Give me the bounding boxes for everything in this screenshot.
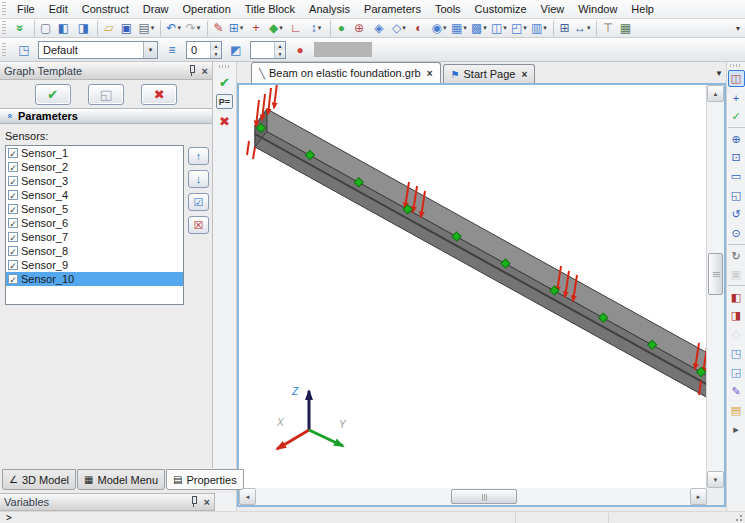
tab-3d-model[interactable]: ∠ 3D Model bbox=[2, 469, 76, 490]
view-icon[interactable]: ◉▾ bbox=[430, 20, 448, 37]
point-snap-icon[interactable]: + bbox=[728, 89, 745, 106]
sensor-row-7[interactable]: Sensor_7 bbox=[6, 230, 183, 244]
menu-draw[interactable]: Draw bbox=[136, 1, 176, 17]
checkbox[interactable] bbox=[8, 162, 18, 172]
beam-solid[interactable] bbox=[255, 109, 707, 403]
new-document-icon[interactable]: ▢▾ bbox=[34, 20, 52, 37]
hide-object-icon[interactable]: ◧ bbox=[728, 285, 745, 305]
menu-edit[interactable]: Edit bbox=[42, 1, 75, 17]
zoom-in-icon[interactable]: ⊕ bbox=[728, 127, 745, 147]
apply-button[interactable]: ✔ bbox=[35, 84, 71, 105]
more-commands-icon[interactable]: ▸ bbox=[728, 421, 745, 438]
report-icon[interactable]: ▥▾ bbox=[530, 20, 548, 37]
osnap-toggle-icon[interactable]: ✓ bbox=[728, 108, 745, 125]
sensor-row-3[interactable]: Sensor_3 bbox=[6, 174, 183, 188]
collapse-icon[interactable]: « bbox=[5, 110, 15, 122]
rotate-point-icon[interactable]: ⊕▾ bbox=[350, 20, 368, 37]
menu-analysis[interactable]: Analysis bbox=[302, 1, 357, 17]
calculator-icon[interactable]: ▦▾ bbox=[616, 20, 634, 37]
viewports-icon[interactable]: ⊞▾ bbox=[553, 20, 571, 37]
tab-beam-document[interactable]: ╲ Beam on elastic foundation.grb × bbox=[251, 62, 441, 83]
tab-start-page[interactable]: ⚑ Start Page × bbox=[443, 64, 536, 83]
checkbox[interactable] bbox=[8, 232, 18, 242]
extrude-icon[interactable]: ◈▾ bbox=[370, 20, 388, 37]
grid-icon[interactable]: ⊞▾ bbox=[227, 20, 245, 37]
menu-file[interactable]: File bbox=[10, 1, 42, 17]
orbit-icon[interactable]: ↻ bbox=[728, 244, 745, 264]
tab-overflow-icon[interactable]: ▼ bbox=[715, 69, 723, 78]
section-icon[interactable]: ◫▾ bbox=[490, 20, 508, 37]
pin-icon[interactable] bbox=[187, 65, 196, 77]
zoom-previous-icon[interactable]: ↺ bbox=[728, 206, 745, 223]
new-sheet-icon[interactable]: ◨▾ bbox=[74, 20, 92, 37]
tab-model-menu[interactable]: ▦ Model Menu bbox=[77, 469, 165, 490]
snap-settings-icon[interactable]: ◫ bbox=[728, 70, 745, 87]
workplane-icon[interactable]: ◆▾ bbox=[267, 20, 285, 37]
scroll-down-icon[interactable]: ▼ bbox=[707, 471, 724, 488]
zoom-object-icon[interactable]: ⊙ bbox=[728, 225, 745, 242]
pan-icon[interactable]: ▣ bbox=[728, 266, 745, 283]
tab-close-icon[interactable]: × bbox=[427, 68, 433, 79]
sensor-row-6[interactable]: Sensor_6 bbox=[6, 216, 183, 230]
sensor-row-8[interactable]: Sensor_8 bbox=[6, 244, 183, 258]
menu-customize[interactable]: Customize bbox=[468, 1, 534, 17]
view-orientation-icon[interactable]: ◲ bbox=[728, 364, 745, 381]
vertical-scrollbar[interactable]: ▲ ▼ bbox=[707, 85, 724, 488]
horizontal-scrollbar[interactable]: ◄ ► bbox=[239, 488, 707, 505]
close-icon[interactable]: × bbox=[204, 497, 210, 507]
parameters-section-header[interactable]: « Parameters bbox=[0, 108, 212, 124]
customize-chevrons-icon[interactable]: »▾ bbox=[11, 20, 29, 37]
hide-all-icon[interactable]: ◨ bbox=[728, 307, 745, 324]
scrollbar-thumb[interactable] bbox=[708, 253, 723, 295]
tab-close-icon[interactable]: × bbox=[521, 69, 527, 80]
checkbox[interactable] bbox=[8, 218, 18, 228]
colors-icon[interactable]: ● bbox=[291, 41, 309, 58]
fill-layer-icon[interactable]: ◩ bbox=[227, 41, 245, 58]
checkbox[interactable] bbox=[8, 176, 18, 186]
level-spinner[interactable]: 0 ▲▼ bbox=[186, 41, 222, 59]
parameters-button[interactable]: P= bbox=[216, 94, 233, 109]
sketch-icon[interactable]: ✎▾ bbox=[207, 20, 225, 37]
point-icon[interactable]: +▾ bbox=[247, 20, 265, 37]
menu-view[interactable]: View bbox=[534, 1, 572, 17]
revolve-icon[interactable]: ◐▾ bbox=[410, 20, 428, 37]
menu-title-block[interactable]: Title Block bbox=[238, 1, 302, 17]
checkbox[interactable] bbox=[8, 204, 18, 214]
undo-icon[interactable]: ↶▾ bbox=[160, 20, 182, 37]
sensor-row-5[interactable]: Sensor_5 bbox=[6, 202, 183, 216]
sphere-icon[interactable]: ●▾ bbox=[330, 20, 348, 37]
scroll-left-icon[interactable]: ◄ bbox=[239, 488, 256, 505]
scrollbar-thumb[interactable] bbox=[451, 489, 517, 504]
array-icon[interactable]: ▩▾ bbox=[470, 20, 488, 37]
tools-icon[interactable]: ⊤▾ bbox=[596, 20, 614, 37]
ok-button[interactable]: ✔ bbox=[215, 72, 235, 92]
color-swatch[interactable] bbox=[314, 42, 372, 57]
scroll-up-icon[interactable]: ▲ bbox=[707, 85, 724, 102]
model-viewport[interactable]: X Y Z bbox=[239, 85, 707, 488]
toolbar-grip[interactable] bbox=[2, 21, 6, 35]
checkbox[interactable] bbox=[8, 190, 18, 200]
delete-button[interactable]: ✖ bbox=[141, 84, 177, 105]
isolate-icon[interactable]: ◳ bbox=[728, 345, 745, 362]
sensor-row-2[interactable]: Sensor_2 bbox=[6, 160, 183, 174]
sensor-row-10[interactable]: Sensor_10 bbox=[6, 272, 183, 286]
print-icon[interactable]: ▤▾ bbox=[137, 20, 155, 37]
toolbar-overflow-button[interactable]: ▾ bbox=[731, 24, 745, 33]
menu-help[interactable]: Help bbox=[624, 1, 661, 17]
style-box-icon[interactable]: ◳ bbox=[15, 41, 33, 58]
scroll-right-icon[interactable]: ► bbox=[690, 488, 707, 505]
cancel-button[interactable]: ✖ bbox=[215, 111, 235, 131]
zoom-window-icon[interactable]: ▭ bbox=[728, 168, 745, 185]
sensor-row-4[interactable]: Sensor_4 bbox=[6, 188, 183, 202]
resize-grip[interactable] bbox=[734, 513, 743, 522]
move-down-button[interactable]: ↓ bbox=[188, 170, 209, 188]
checkbox[interactable] bbox=[8, 274, 18, 284]
preview-button[interactable]: ◱ bbox=[88, 84, 124, 105]
open-icon[interactable]: ▱▾ bbox=[97, 20, 115, 37]
menu-parameters[interactable]: Parameters bbox=[357, 1, 428, 17]
menu-operation[interactable]: Operation bbox=[175, 1, 237, 17]
thickness-spinner[interactable]: ▲▼ bbox=[250, 41, 286, 59]
new-view-icon[interactable]: ▤ bbox=[728, 402, 745, 419]
copy-solid-icon[interactable]: ▦▾ bbox=[450, 20, 468, 37]
chevron-down-icon[interactable]: ▾ bbox=[143, 42, 157, 58]
